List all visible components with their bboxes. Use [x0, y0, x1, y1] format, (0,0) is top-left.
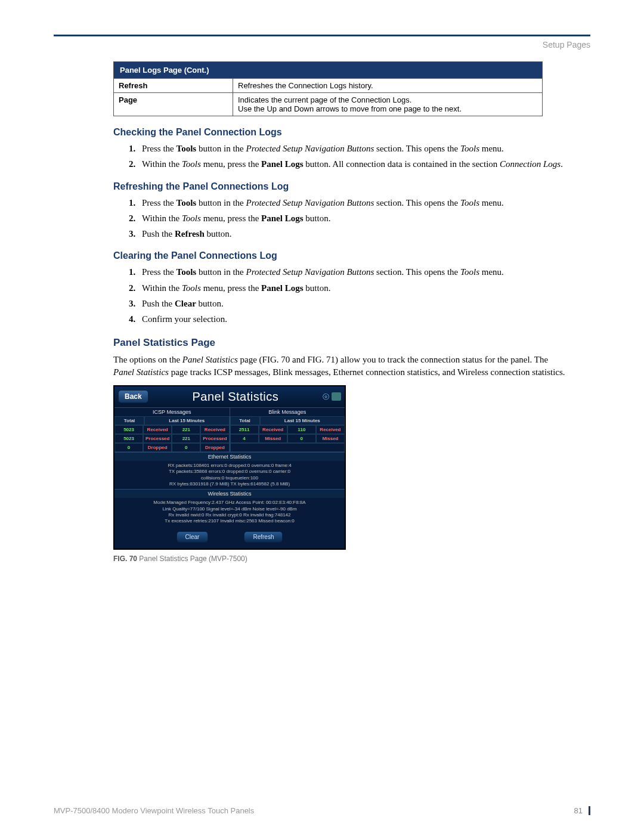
blink-lbl: Missed: [316, 434, 345, 443]
icsp-val: 221: [172, 425, 200, 434]
step-number: 2.: [129, 212, 142, 224]
blink-lbl: Received: [316, 425, 345, 434]
blink-total-hdr: Total: [230, 416, 260, 425]
footer-doc-title: MVP-7500/8400 Modero Viewpoint Wireless …: [54, 806, 254, 815]
step-number: 3.: [129, 298, 142, 309]
wifi-icon: ⦾: [323, 392, 329, 402]
icsp-val: 0: [172, 443, 200, 452]
step-number: 2.: [129, 158, 142, 170]
panel-title: Panel Statistics: [148, 390, 323, 404]
step-text: Within the Tools menu, press the Panel L…: [142, 212, 590, 224]
eth-line: RX bytes:8301918 (7.9 MiB) TX bytes:6149…: [118, 481, 341, 487]
step-text: Push the Refresh button.: [142, 228, 590, 240]
icsp-val: 5023: [114, 434, 143, 443]
blink-val: 4: [230, 434, 259, 443]
header-section-label: Setup Pages: [54, 36, 590, 61]
icsp-lbl: Processed: [143, 434, 172, 443]
page-footer: MVP-7500/8400 Modero Viewpoint Wireless …: [54, 806, 590, 815]
step-item: 3.Push the Refresh button.: [129, 228, 590, 240]
wifi-line: Mode:Managed Frequency:2.437 GHz Access …: [118, 500, 341, 506]
wifi-line: Rx invalid nwid:0 Rx invalid crypt:0 Rx …: [118, 512, 341, 518]
figure-panel-statistics: Back Panel Statistics ⦾ ICSP Messages To…: [113, 385, 346, 550]
eth-stats: RX packets:108401 errors:0 dropped:0 ove…: [114, 461, 345, 490]
blink-lbl: Missed: [259, 434, 287, 443]
step-number: 2.: [129, 282, 142, 294]
wifi-line: Tx excessive retries:2107 Invalid misc:2…: [118, 518, 341, 524]
blink-val: 2511: [230, 425, 259, 434]
icsp-lbl: Received: [143, 425, 172, 434]
section-heading: Checking the Panel Connection Logs: [113, 127, 590, 138]
icsp-lbl: Dropped: [143, 443, 172, 452]
icsp-total-hdr: Total: [114, 416, 144, 425]
icsp-val: 5023: [114, 425, 143, 434]
section-intro: The options on the Panel Statistics page…: [113, 354, 566, 378]
wifi-header: Wireless Statistics: [114, 489, 345, 498]
refresh-button[interactable]: Refresh: [244, 531, 283, 543]
step-text: Press the Tools button in the Protected …: [142, 197, 590, 209]
icsp-val: 221: [172, 434, 200, 443]
step-item: 4.Confirm your selection.: [129, 313, 590, 325]
eth-line: TX packets:35868 errors:0 dropped:0 over…: [118, 469, 341, 475]
icsp-lbl: Processed: [200, 434, 229, 443]
step-text: Within the Tools menu, press the Panel L…: [142, 158, 590, 170]
icsp-header: ICSP Messages: [114, 408, 230, 416]
step-item: 1.Press the Tools button in the Protecte…: [129, 266, 590, 278]
footer-page-number: 81: [574, 806, 590, 815]
clear-button[interactable]: Clear: [177, 531, 209, 543]
section-heading: Refreshing the Panel Connections Log: [113, 181, 590, 192]
plp-row-label: Page: [114, 93, 233, 116]
blink-lbl: Received: [259, 425, 287, 434]
blink-header: Blink Messages: [230, 408, 345, 416]
section-heading: Panel Statistics Page: [113, 337, 590, 349]
eth-line: RX packets:108401 errors:0 dropped:0 ove…: [118, 463, 341, 469]
icsp-lbl: Dropped: [200, 443, 229, 452]
step-text: Confirm your selection.: [142, 313, 590, 325]
icsp-val: 0: [114, 443, 143, 452]
page-content: Setup Pages Panel Logs Page (Cont.) Refr…: [54, 35, 590, 563]
step-number: 1.: [129, 266, 142, 278]
figure-caption: FIG. 70 Panel Statistics Page (MVP-7500): [113, 555, 590, 563]
step-text: Within the Tools menu, press the Panel L…: [142, 282, 590, 294]
blink-last15-hdr: Last 15 Minutes: [260, 416, 345, 425]
step-item: 1.Press the Tools button in the Protecte…: [129, 143, 590, 154]
wifi-stats: Mode:Managed Frequency:2.437 GHz Access …: [114, 498, 345, 527]
step-text: Push the Clear button.: [142, 298, 590, 309]
steps-list: 1.Press the Tools button in the Protecte…: [129, 143, 590, 171]
icsp-lbl: Received: [200, 425, 229, 434]
back-button[interactable]: Back: [118, 390, 148, 403]
blink-val: 0: [287, 434, 316, 443]
eth-header: Ethernet Statistics: [114, 452, 345, 461]
step-number: 1.: [129, 143, 142, 154]
panel-statistics-screenshot: Back Panel Statistics ⦾ ICSP Messages To…: [113, 385, 346, 550]
plp-row-desc: Refreshes the Connection Logs history.: [233, 79, 543, 93]
wifi-line: Link Quality=77/100 Signal level=-34 dBm…: [118, 506, 341, 512]
plp-row-label: Refresh: [114, 79, 233, 93]
panel-logs-table-title: Panel Logs Page (Cont.): [114, 62, 543, 79]
step-number: 1.: [129, 197, 142, 209]
figure-caption-text: Panel Statistics Page (MVP-7500): [137, 555, 247, 563]
monitor-icon: [332, 392, 341, 401]
eth-line: collisions:0 txqueuelen:100: [118, 475, 341, 481]
panel-logs-table: Panel Logs Page (Cont.) Refresh Refreshe…: [113, 61, 543, 116]
step-number: 4.: [129, 313, 142, 325]
steps-list: 1.Press the Tools button in the Protecte…: [129, 266, 590, 325]
icsp-last15-hdr: Last 15 Minutes: [144, 416, 229, 425]
plp-row-desc: Indicates the current page of the Connec…: [233, 93, 543, 116]
step-text: Press the Tools button in the Protected …: [142, 143, 590, 154]
step-number: 3.: [129, 228, 142, 240]
step-item: 2.Within the Tools menu, press the Panel…: [129, 282, 590, 294]
figure-caption-prefix: FIG. 70: [113, 555, 137, 563]
step-item: 2.Within the Tools menu, press the Panel…: [129, 158, 590, 170]
steps-list: 1.Press the Tools button in the Protecte…: [129, 197, 590, 240]
blink-val: 110: [287, 425, 316, 434]
step-item: 1.Press the Tools button in the Protecte…: [129, 197, 590, 209]
step-text: Press the Tools button in the Protected …: [142, 266, 590, 278]
step-item: 3.Push the Clear button.: [129, 298, 590, 309]
step-item: 2.Within the Tools menu, press the Panel…: [129, 212, 590, 224]
section-heading: Clearing the Panel Connections Log: [113, 250, 590, 261]
